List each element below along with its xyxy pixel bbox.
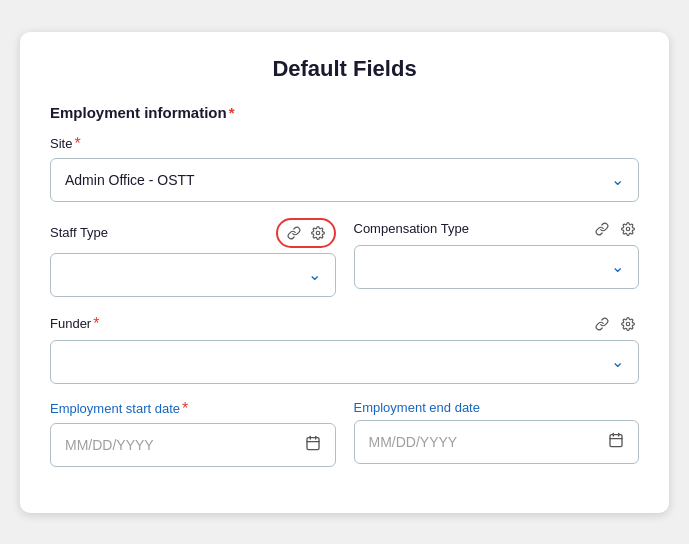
employment-start-label: Employment start date bbox=[50, 401, 180, 416]
svg-point-0 bbox=[316, 231, 320, 235]
svg-rect-3 bbox=[307, 438, 319, 450]
chevron-down-icon: ⌄ bbox=[611, 352, 624, 371]
staff-type-label: Staff Type bbox=[50, 225, 108, 240]
staff-type-gear-icon[interactable] bbox=[307, 222, 329, 244]
date-fields-row: Employment start date * MM/DD/YYYY Emplo… bbox=[50, 400, 639, 483]
funder-required: * bbox=[93, 315, 99, 333]
calendar-icon bbox=[305, 435, 321, 454]
compensation-type-field-group: Compensation Type bbox=[354, 218, 640, 297]
site-label-row: Site * bbox=[50, 135, 639, 153]
site-value: Admin Office - OSTT bbox=[65, 172, 195, 188]
employment-start-label-row: Employment start date * bbox=[50, 400, 336, 418]
employment-start-date-input[interactable]: MM/DD/YYYY bbox=[50, 423, 336, 467]
chevron-down-icon: ⌄ bbox=[308, 265, 321, 284]
svg-point-2 bbox=[626, 322, 630, 326]
compensation-type-dropdown[interactable]: ⌄ bbox=[354, 245, 640, 289]
funder-label: Funder bbox=[50, 316, 91, 331]
funder-dropdown[interactable]: ⌄ bbox=[50, 340, 639, 384]
employment-start-required: * bbox=[182, 400, 188, 418]
employment-end-label-row: Employment end date bbox=[354, 400, 640, 415]
employment-end-placeholder: MM/DD/YYYY bbox=[369, 434, 458, 450]
compensation-type-icons bbox=[591, 218, 639, 240]
svg-point-1 bbox=[626, 227, 630, 231]
site-dropdown[interactable]: Admin Office - OSTT ⌄ bbox=[50, 158, 639, 202]
employment-end-label: Employment end date bbox=[354, 400, 480, 415]
employment-start-field-group: Employment start date * MM/DD/YYYY bbox=[50, 400, 336, 467]
staff-type-dropdown[interactable]: ⌄ bbox=[50, 253, 336, 297]
funder-icons bbox=[591, 313, 639, 335]
site-label: Site bbox=[50, 136, 72, 151]
form-card: Default Fields Employment information* S… bbox=[20, 32, 669, 513]
required-indicator: * bbox=[229, 104, 235, 121]
chevron-down-icon: ⌄ bbox=[611, 170, 624, 189]
staff-type-icons bbox=[276, 218, 336, 248]
compensation-type-label-row: Compensation Type bbox=[354, 218, 640, 240]
funder-gear-icon[interactable] bbox=[617, 313, 639, 335]
compensation-type-label: Compensation Type bbox=[354, 221, 469, 236]
employment-start-placeholder: MM/DD/YYYY bbox=[65, 437, 154, 453]
employment-end-field-group: Employment end date MM/DD/YYYY bbox=[354, 400, 640, 467]
site-field-group: Site * Admin Office - OSTT ⌄ bbox=[50, 135, 639, 202]
site-required: * bbox=[74, 135, 80, 153]
chevron-down-icon: ⌄ bbox=[611, 257, 624, 276]
funder-field-group: Funder * ⌄ bbox=[50, 313, 639, 384]
compensation-link-icon[interactable] bbox=[591, 218, 613, 240]
funder-link-icon[interactable] bbox=[591, 313, 613, 335]
staff-type-highlighted-icons bbox=[276, 218, 336, 248]
employment-end-date-input[interactable]: MM/DD/YYYY bbox=[354, 420, 640, 464]
staff-type-label-row: Staff Type bbox=[50, 218, 336, 248]
funder-label-row: Funder * bbox=[50, 313, 639, 335]
section-title: Employment information* bbox=[50, 104, 639, 121]
compensation-gear-icon[interactable] bbox=[617, 218, 639, 240]
svg-rect-7 bbox=[610, 435, 622, 447]
page-title: Default Fields bbox=[50, 56, 639, 82]
staff-compensation-row: Staff Type bbox=[50, 218, 639, 313]
calendar-icon bbox=[608, 432, 624, 451]
staff-type-link-icon[interactable] bbox=[283, 222, 305, 244]
staff-type-field-group: Staff Type bbox=[50, 218, 336, 297]
